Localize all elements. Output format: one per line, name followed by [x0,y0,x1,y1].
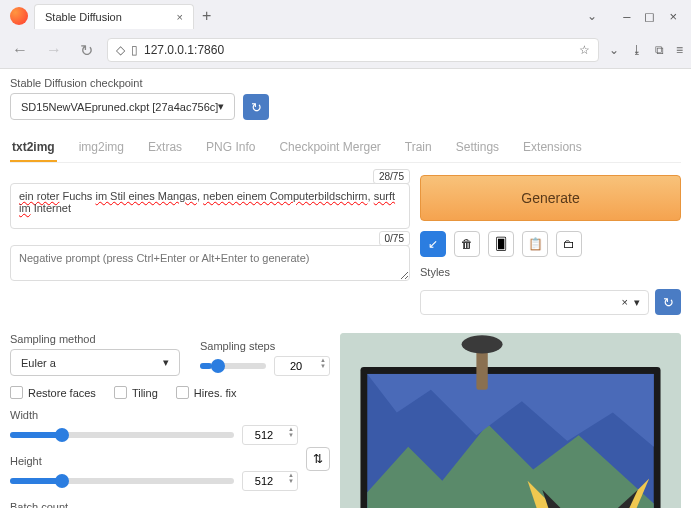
tab-checkpoint-merger[interactable]: Checkpoint Merger [277,134,382,162]
firefox-logo-icon [10,7,28,25]
clear-icon[interactable]: × [622,296,628,308]
menu-icon[interactable]: ≡ [676,43,683,57]
browser-chrome: Stable Diffusion × + ⌄ – ◻ × ← → ↻ ◇ ▯ 1… [0,0,691,69]
app-content: Stable Diffusion checkpoint SD15NewVAEpr… [0,69,691,508]
chevron-down-icon: ▾ [634,296,640,309]
prompt-counter: 28/75 [373,169,410,184]
tab-pnginfo[interactable]: PNG Info [204,134,257,162]
new-tab-button[interactable]: + [202,7,211,25]
arrow-action-button[interactable]: ↙ [420,231,446,257]
sampling-method-label: Sampling method [10,333,180,345]
height-label: Height [10,455,298,467]
chevron-down-icon: ▾ [163,356,169,369]
reload-page-icon[interactable]: ↻ [76,37,97,64]
tab-img2img[interactable]: img2img [77,134,126,162]
minimize-icon[interactable]: – [623,9,630,24]
checkpoint-dropdown[interactable]: SD15NewVAEpruned.ckpt [27a4ac756c] ▾ [10,93,235,120]
tab-txt2img[interactable]: txt2img [10,134,57,162]
sampling-steps-label: Sampling steps [200,340,330,352]
download-icon[interactable]: ⭳ [631,43,643,57]
apply-style-button[interactable]: ↻ [655,289,681,315]
checkpoint-label: Stable Diffusion checkpoint [10,77,235,89]
height-slider[interactable] [10,478,234,484]
width-label: Width [10,409,298,421]
back-icon[interactable]: ← [8,37,32,63]
tab-train[interactable]: Train [403,134,434,162]
negative-prompt-input[interactable] [10,245,410,281]
shield-icon: ◇ [116,43,125,57]
chevron-down-icon: ▾ [218,100,224,113]
tab-extensions[interactable]: Extensions [521,134,584,162]
output-image[interactable] [340,333,681,508]
extensions-icon[interactable]: ⧉ [655,43,664,57]
generate-button[interactable]: Generate [420,175,681,221]
url-input[interactable]: ◇ ▯ 127.0.0.1:7860 ☆ [107,38,599,62]
card-icon[interactable]: 🂠 [488,231,514,257]
mode-tabs: txt2img img2img Extras PNG Info Checkpoi… [10,134,681,163]
width-slider[interactable] [10,432,234,438]
trash-icon[interactable]: 🗑 [454,231,480,257]
clipboard-icon[interactable]: 📋 [522,231,548,257]
batch-count-label: Batch count [10,501,330,508]
svg-point-8 [462,335,503,353]
reload-checkpoint-button[interactable]: ↻ [243,94,269,120]
neg-prompt-counter: 0/75 [379,231,410,246]
close-window-icon[interactable]: × [669,9,677,24]
page-icon: ▯ [131,43,138,57]
tab-extras[interactable]: Extras [146,134,184,162]
hires-fix-checkbox[interactable]: Hires. fix [176,386,237,399]
tiling-checkbox[interactable]: Tiling [114,386,158,399]
window-controls: ⌄ – ◻ × [587,9,687,24]
tab-settings[interactable]: Settings [454,134,501,162]
pocket-icon[interactable]: ⌄ [609,43,619,57]
address-bar: ← → ↻ ◇ ▯ 127.0.0.1:7860 ☆ ⌄ ⭳ ⧉ ≡ [0,32,691,68]
folder-icon[interactable]: 🗀 [556,231,582,257]
chevron-down-icon[interactable]: ⌄ [587,9,597,24]
maximize-icon[interactable]: ◻ [644,9,655,24]
forward-icon[interactable]: → [42,37,66,63]
sampling-method-dropdown[interactable]: Euler a ▾ [10,349,180,376]
restore-faces-checkbox[interactable]: Restore faces [10,386,96,399]
close-tab-icon[interactable]: × [177,11,183,23]
url-text: 127.0.0.1:7860 [144,43,573,57]
swap-dimensions-button[interactable]: ⇅ [306,447,330,471]
styles-dropdown[interactable]: × ▾ [420,290,649,315]
styles-label: Styles [420,266,450,278]
sampling-steps-slider[interactable] [200,363,266,369]
prompt-input[interactable]: ein roter Fuchs im Stil eines Mangas, ne… [10,183,410,229]
browser-tab[interactable]: Stable Diffusion × [34,4,194,29]
tab-bar: Stable Diffusion × + ⌄ – ◻ × [0,0,691,32]
bookmark-star-icon[interactable]: ☆ [579,43,590,57]
tab-title: Stable Diffusion [45,11,122,23]
